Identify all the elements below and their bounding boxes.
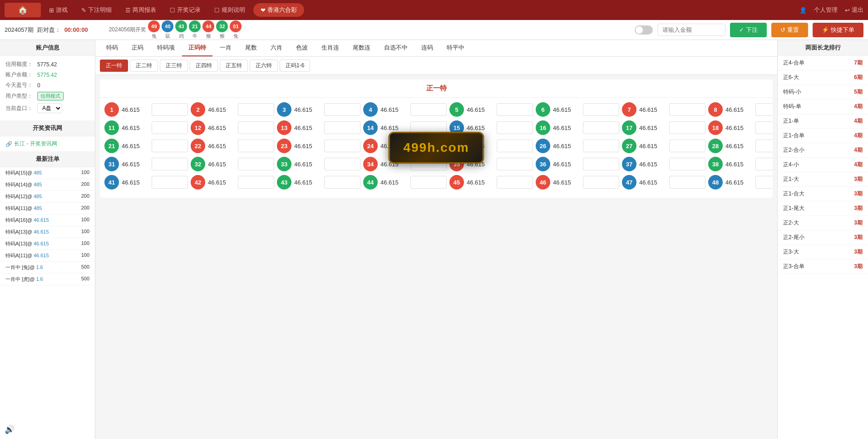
number-ball-21[interactable]: 21 [104,139,119,153]
bet-odds[interactable]: 46.615 [34,217,49,223]
bet-amount-input-31[interactable] [152,158,188,170]
amount-input[interactable] [657,24,725,36]
bet-amount-input-45[interactable] [497,176,533,189]
tab-特码[interactable]: 特码 [100,40,124,56]
bet-odds[interactable]: 46.615 [34,253,49,258]
bet-amount-input-8[interactable] [755,103,773,116]
bet-amount-input-4[interactable] [410,103,447,116]
bet-odds[interactable]: 485 [34,170,42,175]
number-ball-18[interactable]: 18 [708,120,723,135]
bet-amount-input-26[interactable] [583,140,619,152]
bet-amount-input-47[interactable] [669,176,705,189]
tab-生肖连[interactable]: 生肖连 [315,40,345,56]
tab-连码[interactable]: 连码 [415,40,439,56]
number-ball-8[interactable]: 8 [708,102,723,117]
bet-amount-input-17[interactable] [669,121,705,134]
bet-amount-input-21[interactable] [152,140,188,152]
sub-tab-正五特[interactable]: 正五特 [220,60,248,72]
number-ball-42[interactable]: 42 [191,175,205,190]
bet-amount-input-16[interactable] [583,121,619,134]
bet-amount-input-44[interactable] [410,176,447,189]
number-ball-1[interactable]: 1 [104,102,119,117]
bet-amount-input-25[interactable] [497,140,533,152]
number-ball-26[interactable]: 26 [536,139,550,153]
bet-odds[interactable]: 46.615 [34,241,49,246]
tab-特平中[interactable]: 特平中 [440,40,471,56]
bet-button[interactable]: ✓ 下注 [730,23,767,37]
bet-amount-input-32[interactable] [238,158,274,170]
tab-正码特[interactable]: 正码特 [182,40,212,56]
bet-odds[interactable]: 485 [34,194,42,199]
number-ball-48[interactable]: 48 [708,175,723,190]
nav-bet-detail[interactable]: ✎ 下注明细 [76,3,117,17]
bet-odds[interactable]: 485 [34,205,42,211]
number-ball-43[interactable]: 43 [277,175,291,190]
tab-一肖[interactable]: 一肖 [213,40,238,56]
bet-amount-input-42[interactable] [238,176,274,189]
bet-amount-input-22[interactable] [238,140,274,152]
nav-hklottery[interactable]: ❤ 香港六合彩 [253,3,304,17]
tab-色波[interactable]: 色波 [290,40,314,56]
sub-tab-正六特[interactable]: 正六特 [250,60,278,72]
number-ball-47[interactable]: 47 [622,175,636,190]
news-link[interactable]: 🔗 长江 - 开奖资讯网 [5,140,89,148]
bet-amount-input-38[interactable] [755,158,773,170]
bet-amount-input-37[interactable] [669,158,705,170]
tab-自选不中[interactable]: 自选不中 [378,40,414,56]
number-ball-36[interactable]: 36 [536,157,550,171]
bet-odds[interactable]: 46.615 [34,229,49,234]
sub-tab-正码1-6[interactable]: 正码1-6 [280,60,310,72]
number-ball-33[interactable]: 33 [277,157,291,171]
nav-report[interactable]: ☰ 两周报表 [120,3,162,17]
bet-amount-input-1[interactable] [152,103,188,116]
bet-amount-input-18[interactable] [755,121,773,134]
nav-draw-record[interactable]: ☐ 开奖记录 [164,3,206,17]
number-ball-12[interactable]: 12 [191,120,205,135]
tab-尾数连[interactable]: 尾数连 [346,40,377,56]
bet-odds[interactable]: 1.6 [36,264,43,270]
number-ball-6[interactable]: 6 [536,102,550,117]
nav-games[interactable]: ⊞ 游戏 [44,3,73,17]
sub-tab-正三特[interactable]: 正三特 [160,60,188,72]
toggle-switch[interactable] [635,25,653,35]
number-ball-5[interactable]: 5 [449,102,464,117]
bet-amount-input-33[interactable] [324,158,360,170]
number-ball-24[interactable]: 24 [363,139,378,153]
nav-rules[interactable]: ☐ 规则说明 [209,3,251,17]
number-ball-14[interactable]: 14 [363,120,378,135]
number-ball-27[interactable]: 27 [622,139,636,153]
number-ball-3[interactable]: 3 [277,102,291,117]
tab-六肖[interactable]: 六肖 [264,40,289,56]
bet-amount-input-23[interactable] [324,140,360,152]
bet-amount-input-35[interactable] [497,158,533,170]
bet-amount-input-27[interactable] [669,140,705,152]
number-ball-31[interactable]: 31 [104,157,119,171]
number-ball-32[interactable]: 32 [191,157,205,171]
number-ball-37[interactable]: 37 [622,157,636,171]
sound-icon[interactable]: 🔊 [5,424,15,434]
sub-tab-正二特[interactable]: 正二特 [130,60,158,72]
bet-amount-input-12[interactable] [238,121,274,134]
tab-正码[interactable]: 正码 [125,40,150,56]
bet-odds[interactable]: 485 [34,182,42,187]
bet-amount-input-5[interactable] [497,103,533,116]
number-ball-22[interactable]: 22 [191,139,205,153]
number-ball-17[interactable]: 17 [622,120,636,135]
tab-尾数[interactable]: 尾数 [239,40,263,56]
bet-amount-input-48[interactable] [755,176,773,189]
profile-link[interactable]: 个人管理 [814,6,838,14]
number-ball-7[interactable]: 7 [622,102,636,117]
bet-amount-input-7[interactable] [669,103,705,116]
number-ball-46[interactable]: 46 [536,175,550,190]
number-ball-38[interactable]: 38 [708,157,723,171]
home-button[interactable]: 🏠 [5,3,41,17]
number-ball-45[interactable]: 45 [449,175,464,190]
bet-amount-input-11[interactable] [152,121,188,134]
number-ball-4[interactable]: 4 [363,102,378,117]
bet-amount-input-13[interactable] [324,121,360,134]
bet-amount-input-36[interactable] [583,158,619,170]
number-ball-41[interactable]: 41 [104,175,119,190]
bet-amount-input-43[interactable] [324,176,360,189]
number-ball-16[interactable]: 16 [536,120,550,135]
bet-amount-input-3[interactable] [324,103,360,116]
